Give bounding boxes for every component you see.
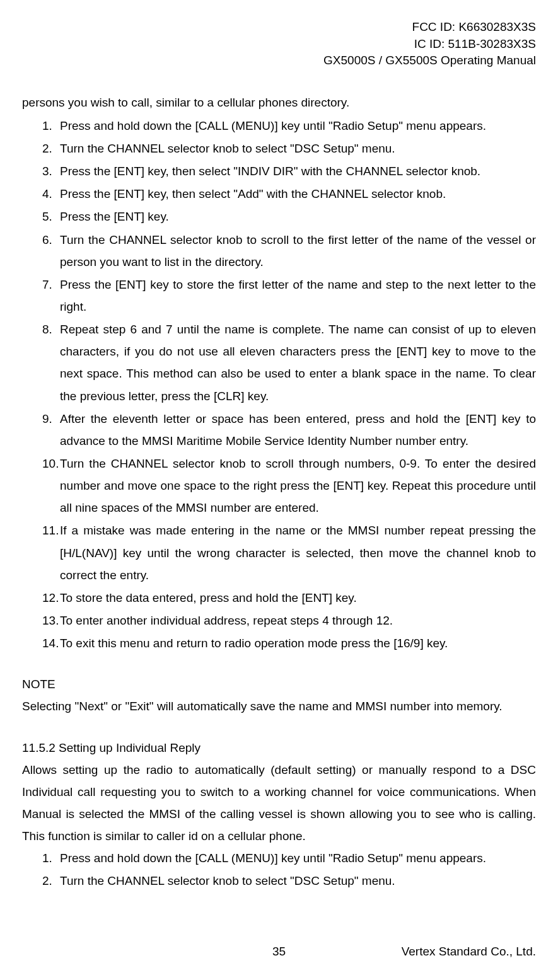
list-item: 1.Press and hold down the [CALL (MENU)] … — [42, 847, 536, 869]
step-text: If a mistake was made entering in the na… — [60, 519, 536, 585]
list-item: 12.To store the data entered, press and … — [42, 587, 536, 609]
step-number: 12. — [42, 587, 60, 609]
list-item: 9.After the eleventh letter or space has… — [42, 408, 536, 452]
list-item: 2.Turn the CHANNEL selector knob to sele… — [42, 870, 536, 892]
step-number: 13. — [42, 609, 60, 631]
step-text: Repeat step 6 and 7 until the name is co… — [60, 318, 536, 407]
step-number: 14. — [42, 632, 60, 654]
note-text: Selecting "Next" or "Exit" will automati… — [22, 695, 536, 717]
step-text: Press the [ENT] key, then select "Add" w… — [60, 183, 536, 205]
step-number: 8. — [42, 318, 60, 407]
model-title: GX5000S / GX5500S Operating Manual — [22, 52, 536, 69]
list-item: 1.Press and hold down the [CALL (MENU)] … — [42, 115, 536, 137]
step-text: Turn the CHANNEL selector knob to select… — [60, 137, 536, 159]
step-number: 1. — [42, 115, 60, 137]
steps-list-1: 1.Press and hold down the [CALL (MENU)] … — [22, 115, 536, 654]
fcc-id: FCC ID: K6630283X3S — [22, 19, 536, 36]
list-item: 11.If a mistake was made entering in the… — [42, 519, 536, 585]
ic-id: IC ID: 511B-30283X3S — [22, 36, 536, 53]
step-text: Turn the CHANNEL selector knob to scroll… — [60, 229, 536, 273]
section-text: Allows setting up the radio to automatic… — [22, 759, 536, 848]
step-number: 7. — [42, 274, 60, 318]
step-number: 4. — [42, 183, 60, 205]
page-number: 35 — [272, 940, 286, 962]
step-number: 11. — [42, 519, 60, 585]
step-text: To exit this menu and return to radio op… — [60, 632, 536, 654]
step-number: 3. — [42, 160, 60, 182]
list-item: 2.Turn the CHANNEL selector knob to sele… — [42, 137, 536, 159]
step-number: 9. — [42, 408, 60, 452]
step-text: Press the [ENT] key, then select "INDIV … — [60, 160, 536, 182]
step-number: 6. — [42, 229, 60, 273]
list-item: 10.Turn the CHANNEL selector knob to scr… — [42, 453, 536, 519]
list-item: 14.To exit this menu and return to radio… — [42, 632, 536, 654]
step-number: 10. — [42, 453, 60, 519]
step-number: 1. — [42, 847, 60, 869]
list-item: 13.To enter another individual address, … — [42, 609, 536, 631]
list-item: 8.Repeat step 6 and 7 until the name is … — [42, 318, 536, 407]
step-number: 2. — [42, 870, 60, 892]
step-text: Turn the CHANNEL selector knob to scroll… — [60, 453, 536, 519]
list-item: 5.Press the [ENT] key. — [42, 205, 536, 228]
step-text: To store the data entered, press and hol… — [60, 587, 536, 609]
step-text: Press the [ENT] key to store the first l… — [60, 274, 536, 318]
step-text: Turn the CHANNEL selector knob to select… — [60, 870, 536, 892]
list-item: 6.Turn the CHANNEL selector knob to scro… — [42, 229, 536, 273]
section-heading: 11.5.2 Setting up Individual Reply — [22, 737, 536, 759]
step-number: 2. — [42, 137, 60, 159]
step-number: 5. — [42, 205, 60, 228]
list-item: 7.Press the [ENT] key to store the first… — [42, 274, 536, 318]
document-footer: 35 Vertex Standard Co., Ltd. — [22, 940, 536, 962]
note-heading: NOTE — [22, 673, 536, 695]
document-header: FCC ID: K6630283X3S IC ID: 511B-30283X3S… — [22, 19, 536, 69]
intro-text: persons you wish to call, similar to a c… — [22, 91, 536, 113]
step-text: To enter another individual address, rep… — [60, 609, 536, 631]
list-item: 3.Press the [ENT] key, then select "INDI… — [42, 160, 536, 182]
step-text: After the eleventh letter or space has b… — [60, 408, 536, 452]
list-item: 4.Press the [ENT] key, then select "Add"… — [42, 183, 536, 205]
step-text: Press and hold down the [CALL (MENU)] ke… — [60, 115, 536, 137]
step-text: Press the [ENT] key. — [60, 205, 536, 228]
steps-list-2: 1.Press and hold down the [CALL (MENU)] … — [22, 847, 536, 892]
company-name: Vertex Standard Co., Ltd. — [402, 940, 536, 962]
step-text: Press and hold down the [CALL (MENU)] ke… — [60, 847, 536, 869]
